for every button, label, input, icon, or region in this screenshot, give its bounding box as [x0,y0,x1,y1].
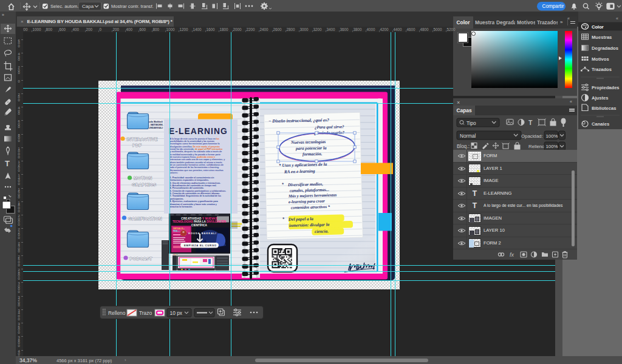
svg-text:E-LEARNING: E-LEARNING [169,127,228,136]
svg-text:Trazados: Trazados [592,67,612,72]
svg-text:Mostrar contr. transf.: Mostrar contr. transf. [111,4,154,9]
svg-text:Relleno:: Relleno: [528,144,546,149]
svg-text:»: » [2,13,4,17]
svg-text:Canales: Canales [592,121,609,127]
svg-text:Selec. autom.:: Selec. autom.: [50,4,80,9]
svg-text:10 px: 10 px [170,310,183,316]
svg-text:Nuevas tecnologías: Nuevas tecnologías [290,140,326,145]
svg-text:7- Trazabilidad. Seguimiento d: 7- Trazabilidad. Seguimiento de la activ… [170,195,222,197]
svg-text:Ajustes: Ajustes [592,95,608,101]
svg-text:#NDAKKALI: #NDAKKALI [149,126,163,129]
svg-text:HOUDA BAKKALI: HOUDA BAKKALI [188,232,217,235]
svg-text:Tipo: Tipo [466,121,476,126]
svg-text:100%: 100% [546,133,558,139]
svg-text:Normal: Normal [460,133,476,139]
svg-text:Motivos: Motivos [592,56,609,62]
svg-text:para potenciar la: para potenciar la [295,146,327,151]
svg-text:T: T [5,159,10,168]
svg-text:divulgación científica. De est: divulgación científica. De este modo, el… [170,146,220,148]
svg-text:Bibliotecas: Bibliotecas [592,106,617,111]
svg-text:TECNOLOGÍAS PARA LA DIVULGACIÓ: TECNOLOGÍAS PARA LA DIVULGACIÓN [173,219,227,223]
svg-text:formación.: formación. [302,152,323,157]
svg-text:5- Creación de espacios partic: 5- Creación de espacios participativos y… [170,190,227,192]
svg-text:Degradados: Degradados [592,46,618,51]
svg-text:Opacidad:: Opacidad: [521,133,543,139]
svg-text:atractiva la formación.: atractiva la formación. [170,206,193,208]
svg-text:limitaciones espaciales ni tem: limitaciones espaciales ni temporales. [170,179,209,181]
svg-text:fx: fx [510,252,514,258]
svg-text:ahora también podemos acceder: ahora también podemos acceder al mismo a… [170,161,222,164]
svg-text:Color: Color [592,24,604,30]
svg-text:Relleno: Relleno [108,310,126,316]
svg-text:CIENTÍFICA: CIENTÍFICA [191,223,207,227]
svg-text:REAL +: REAL + [173,230,180,232]
svg-text:Muestras: Muestras [592,35,612,40]
svg-text:PDF: PDF [132,143,142,148]
svg-text:Capa: Capa [82,4,94,9]
svg-text:3- Actualización del contenido: 3- Actualización del contenido en tiempo… [170,184,217,187]
svg-text:posibilidades de la creativida: posibilidades de la creatividad y las nu… [170,140,215,143]
svg-text:de nuestro espacio físico, pud: de nuestro espacio físico, pudiendo entr… [170,156,216,158]
svg-text:Propiedades: Propiedades [592,85,620,90]
svg-text:MOTION: MOTION [134,175,152,181]
svg-text:T: T [528,119,533,126]
svg-text:Diversificar medios,: Diversificar medios, [287,181,323,187]
svg-text:Trazo: Trazo [139,310,152,316]
svg-text:ciencia.: ciencia. [315,229,329,234]
svg-text:todo el potencial de las herra: todo el potencial de las herramientas e-… [170,166,219,169]
svg-text:− Diseño instruccional, ¿qué e: − Diseño instruccional, ¿qué es? [268,117,329,124]
svg-text:RA en e-learning: RA en e-learning [284,169,315,174]
svg-text:INTERACTIVE: INTERACTIVE [127,136,158,142]
svg-text:GAMIFICATION: GAMIFICATION [128,216,162,221]
svg-text:y multimedia, después ha cobra: y multimedia, después ha cobrado vida a … [170,150,222,153]
svg-text:8- Ejercicios, evaluaciones y: 8- Ejercicios, evaluaciones y gamificaci… [170,200,218,203]
svg-text:Compartir: Compartir [542,4,564,9]
svg-text:100%: 100% [546,144,558,149]
svg-text:GRAPHICS: GRAPHICS [132,182,156,187]
svg-text:¿Para qué sirve?: ¿Para qué sirve? [315,124,344,130]
svg-text:Del papel a la: Del papel a la [288,217,314,222]
svg-text:EMPIEZA EL CURSO: EMPIEZA EL CURSO [184,244,217,247]
svg-text:valores:: valores: [170,172,179,174]
svg-text:PODCAST: PODCAST [130,256,153,261]
svg-text:Bloq.:: Bloq.: [457,144,470,149]
svg-text:CREATIVIDAD Y NUEVAS: CREATIVIDAD Y NUEVAS [181,217,217,220]
